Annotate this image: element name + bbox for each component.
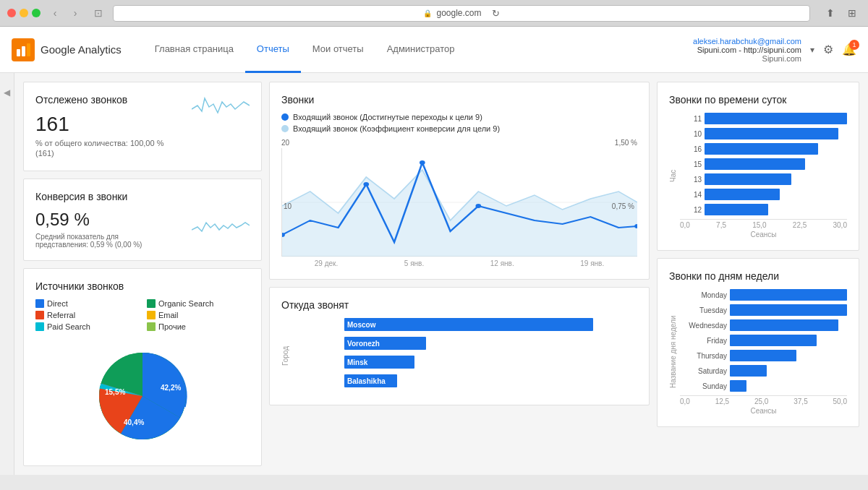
nav-home[interactable]: Главная страница xyxy=(143,27,245,73)
address-bar[interactable]: 🔒 google.com ↻ xyxy=(113,5,810,22)
legend-referral: Referral xyxy=(35,311,138,319)
close-dot[interactable] xyxy=(7,9,16,17)
hbar-bar-tuesday xyxy=(730,304,847,316)
hbar-label-thursday: Thursday xyxy=(680,352,727,360)
hbar-bar-14 xyxy=(705,189,780,200)
account-site-sub: Sipuni.com xyxy=(693,54,801,63)
pie-label-direct: 42,2% xyxy=(161,384,181,392)
x-label-0: 29 дек. xyxy=(315,259,338,267)
nav-myreports[interactable]: Мои отчеты xyxy=(301,27,375,73)
account-email: aleksei.harabchuk@gmail.com xyxy=(693,37,801,46)
legend-other: Прочие xyxy=(147,322,250,331)
weekly-x-axis: 0,0 12,5 25,0 37,5 50,0 xyxy=(680,395,847,405)
svg-rect-2 xyxy=(27,43,30,56)
logo-text: Google Analytics xyxy=(41,43,122,56)
y-mid-left: 10 xyxy=(284,202,292,210)
legend-label-direct: Direct xyxy=(47,299,68,308)
city-name-minsk: Minsk xyxy=(347,358,367,366)
x-label-3: 19 янв. xyxy=(580,259,604,267)
share-button[interactable]: ⬆ xyxy=(822,4,839,22)
pie-svg: 42,2% 40,4% 15,5% xyxy=(85,338,200,454)
hbar-bar-monday xyxy=(730,289,847,301)
legend-color-other xyxy=(147,322,156,331)
city-bar-voronezh: Voronezh xyxy=(293,337,637,350)
conversion-title: Конверсия в звонки xyxy=(35,191,250,202)
legend-label-referral: Referral xyxy=(47,311,75,319)
nav-admin[interactable]: Администратор xyxy=(375,27,467,73)
city-bar-balashikha: Balashikha xyxy=(293,374,637,387)
legend-dot-2 xyxy=(281,125,289,132)
hbar-label-saturday: Saturday xyxy=(680,367,727,375)
weekly-bars: Monday Tuesday Wednesday xyxy=(680,289,847,415)
conversion-sparkline xyxy=(192,210,250,238)
weekly-y-label: Название дня недели xyxy=(669,289,677,415)
weekly-x-2: 25,0 xyxy=(754,397,768,405)
sidebar-toggle[interactable]: ◀ xyxy=(0,73,14,475)
legend-item-1: Входящий звонок (Достигнутые переходы к … xyxy=(281,113,637,121)
conversion-card: Конверсия в звонки 0,59 % Средний показа… xyxy=(23,179,262,261)
city-chart-card: Откуда звонят Город Moscow xyxy=(269,287,650,405)
hourly-x-0: 0,0 xyxy=(680,221,690,229)
x-label-1: 5 янв. xyxy=(404,259,424,267)
hbar-bar-sunday xyxy=(730,380,746,392)
line-chart-svg xyxy=(282,148,637,257)
hbar-bar-15 xyxy=(705,158,805,170)
weekly-x-0: 0,0 xyxy=(680,397,690,405)
pie-label-referral: 15,5% xyxy=(105,388,125,396)
header-right: aleksei.harabchuk@gmail.com Sipuni.com -… xyxy=(693,37,856,63)
weekly-x-4: 50,0 xyxy=(833,397,847,405)
left-column: Отслежено звонков 161 % от общего количе… xyxy=(23,82,262,466)
legend-color-direct xyxy=(35,299,44,308)
settings-button[interactable]: ⚙ xyxy=(823,43,833,56)
sources-legend: Direct Organic Search Referral xyxy=(35,299,250,331)
hbar-tuesday: Tuesday xyxy=(680,304,847,316)
hbar-14: 14 xyxy=(680,189,847,200)
city-name-moscow: Moscow xyxy=(347,321,375,329)
hourly-x-label: Сеансы xyxy=(680,231,847,238)
legend-label-paid: Paid Search xyxy=(47,322,90,331)
hbar-bar-12 xyxy=(705,204,768,215)
x-label-2: 12 янв. xyxy=(490,259,514,267)
hbar-label-16: 16 xyxy=(680,145,702,153)
hourly-chart-body: Час 11 10 xyxy=(669,113,847,238)
notifications-button[interactable]: 🔔 1 xyxy=(842,43,856,56)
hbar-label-sunday: Sunday xyxy=(680,382,727,390)
hbar-bar-16 xyxy=(705,143,818,155)
legend-paid: Paid Search xyxy=(35,322,138,331)
hbar-sunday: Sunday xyxy=(680,380,847,392)
hbar-15: 15 xyxy=(680,158,847,170)
reload-button[interactable]: ↻ xyxy=(492,8,500,19)
tracked-calls-sparkline xyxy=(192,91,250,120)
account-dropdown-icon[interactable]: ▾ xyxy=(810,45,814,55)
pie-label-organic: 40,4% xyxy=(124,418,144,426)
hbar-label-11: 11 xyxy=(680,115,702,123)
notification-badge: 1 xyxy=(849,40,859,50)
account-site: Sipuni.com - http://sipuni.com xyxy=(693,46,801,54)
legend-label-email: Email xyxy=(158,311,179,319)
hbar-thursday: Thursday xyxy=(680,350,847,361)
lock-icon: 🔒 xyxy=(423,9,432,17)
legend-label-other: Прочие xyxy=(158,322,186,331)
hbar-label-10: 10 xyxy=(680,130,702,138)
city-y-label: Город xyxy=(281,318,293,393)
city-bar-minsk: Minsk xyxy=(293,356,637,369)
back-button[interactable]: ‹ xyxy=(46,4,64,22)
hourly-title: Звонки по времени суток xyxy=(669,94,847,106)
conversion-sub: Средний показатель для представления: 0,… xyxy=(35,233,166,249)
svg-point-8 xyxy=(363,182,369,186)
forward-button[interactable]: › xyxy=(67,4,84,22)
calls-chart-card: Звонки Входящий звонок (Достигнутые пере… xyxy=(269,82,650,280)
hbar-bar-wednesday xyxy=(730,319,838,331)
city-chart-inner: Город Moscow xyxy=(281,318,637,393)
new-tab-button[interactable]: ⊞ xyxy=(843,4,861,22)
legend-text-2: Входящий звонок (Коэффициент конверсии д… xyxy=(293,124,500,133)
minimize-dot[interactable] xyxy=(20,9,28,17)
maximize-dot[interactable] xyxy=(32,9,41,17)
legend-organic: Organic Search xyxy=(147,299,250,308)
app-body: ◀ Отслежено звонков 161 % от общего коли… xyxy=(0,73,868,475)
right-column: Звонки по времени суток Час 11 10 xyxy=(657,82,859,466)
nav-reports[interactable]: Отчеты xyxy=(245,27,301,73)
hbar-16: 16 xyxy=(680,143,847,155)
hourly-x-axis: 0,0 7,5 15,0 22,5 30,0 xyxy=(680,219,847,229)
hourly-x-3: 22,5 xyxy=(793,221,807,229)
